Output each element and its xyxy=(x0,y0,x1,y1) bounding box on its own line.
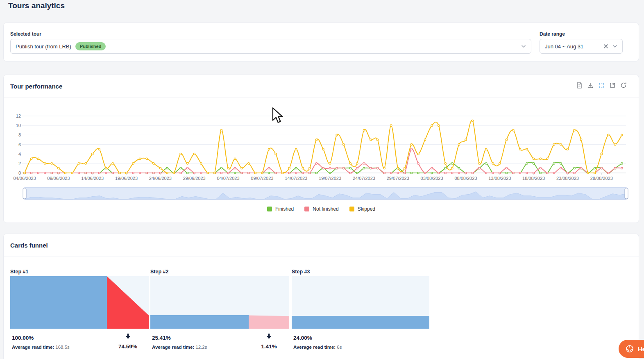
svg-text:23/08/2023: 23/08/2023 xyxy=(556,176,579,181)
help-button-label: Help xyxy=(638,345,644,352)
svg-text:03/08/2023: 03/08/2023 xyxy=(421,176,443,181)
svg-text:28/08/2023: 28/08/2023 xyxy=(590,176,613,181)
svg-text:0: 0 xyxy=(18,170,21,175)
clear-date-icon[interactable] xyxy=(603,44,608,49)
svg-text:18/08/2023: 18/08/2023 xyxy=(522,176,545,181)
zoom-select-icon[interactable] xyxy=(598,82,605,89)
drop-1-caption: 74.59% xyxy=(107,333,149,350)
chevron-down-icon xyxy=(612,44,617,49)
svg-text:19/06/2023: 19/06/2023 xyxy=(115,176,138,181)
data-zoom-slider xyxy=(23,187,628,200)
step-2-percent: 25.41% xyxy=(152,335,171,341)
drop-1-percent: 74.59% xyxy=(107,343,149,350)
zoom-reset-icon[interactable] xyxy=(609,82,616,89)
step-3-track xyxy=(292,276,429,329)
selected-tour-label: Selected tour xyxy=(10,31,41,37)
restore-icon[interactable] xyxy=(620,82,627,89)
step-1-avg-read-time: Average read time: 168.5s xyxy=(12,345,70,350)
chart-legend: Finished Not finished Skipped xyxy=(4,206,639,212)
drop-arrow-icon xyxy=(267,334,271,339)
svg-text:12: 12 xyxy=(16,114,21,118)
drop-2-caption: 1.41% xyxy=(249,333,289,350)
tours-analytics-page: { "page": { "title": "Tours analytics" }… xyxy=(0,0,644,359)
legend-label: Not finished xyxy=(313,206,338,212)
tour-select-value: Publish tour (from LRB) xyxy=(16,43,71,50)
tour-performance-panel: Tour performance 02468101204/06/202309/0… xyxy=(3,75,639,223)
tour-status-badge: Published xyxy=(75,42,106,50)
step-2-track xyxy=(150,276,289,329)
svg-text:14/07/2023: 14/07/2023 xyxy=(285,176,307,181)
svg-text:04/07/2023: 04/07/2023 xyxy=(217,176,240,181)
not-finished-swatch-icon xyxy=(304,207,309,211)
step-2-avg-read-time: Average read time: 12.2s xyxy=(152,345,207,350)
date-range-select[interactable]: Jun 04 ~ Aug 31 xyxy=(540,39,623,54)
legend-item-skipped[interactable]: Skipped xyxy=(349,206,375,212)
step-3-avg-read-time: Average read time: 6s xyxy=(293,345,342,350)
svg-text:04/06/2023: 04/06/2023 xyxy=(13,176,36,181)
svg-text:6: 6 xyxy=(18,142,21,147)
drop-2-percent: 1.41% xyxy=(249,343,289,350)
step-1-percent: 100.00% xyxy=(12,335,34,341)
data-zoom-handle[interactable] xyxy=(625,188,628,199)
step-1-dropoff-shape xyxy=(107,276,149,329)
svg-text:09/07/2023: 09/07/2023 xyxy=(251,176,273,181)
svg-text:14/06/2023: 14/06/2023 xyxy=(81,176,104,181)
step-3-percent: 24.00% xyxy=(293,335,312,341)
help-globe-icon xyxy=(625,344,634,353)
mouse-cursor xyxy=(272,107,285,123)
legend-label: Finished xyxy=(275,206,294,212)
data-view-icon[interactable] xyxy=(576,82,583,89)
help-button[interactable]: Help xyxy=(619,340,644,358)
filters-panel: Selected tour Publish tour (from LRB) Pu… xyxy=(3,23,639,61)
svg-text:29/06/2023: 29/06/2023 xyxy=(183,176,206,181)
date-range-label: Date range xyxy=(540,31,565,37)
chevron-down-icon xyxy=(521,44,526,49)
svg-text:4: 4 xyxy=(18,152,21,157)
svg-text:19/07/2023: 19/07/2023 xyxy=(319,176,341,181)
svg-text:09/06/2023: 09/06/2023 xyxy=(47,176,70,181)
tour-select[interactable]: Publish tour (from LRB) Published xyxy=(10,39,531,54)
chart-toolbar xyxy=(576,82,627,89)
svg-text:2: 2 xyxy=(18,161,21,166)
tour-performance-title: Tour performance xyxy=(4,75,639,98)
download-image-icon[interactable] xyxy=(587,82,594,89)
svg-text:8: 8 xyxy=(18,132,21,137)
data-zoom-handle[interactable] xyxy=(23,188,26,199)
finished-swatch-icon xyxy=(267,207,272,211)
legend-item-finished[interactable]: Finished xyxy=(267,206,294,212)
step-1-label: Step #1 xyxy=(10,269,28,275)
skipped-swatch-icon xyxy=(349,207,354,211)
cards-funnel-panel: Cards funnel Step #1 Step #2 Step #3 100… xyxy=(3,234,639,359)
svg-text:08/08/2023: 08/08/2023 xyxy=(454,176,477,181)
step-2-label: Step #2 xyxy=(150,269,168,275)
drop-arrow-icon xyxy=(126,334,130,339)
date-range-value: Jun 04 ~ Aug 31 xyxy=(545,43,583,50)
legend-label: Skipped xyxy=(358,206,375,212)
svg-text:24/06/2023: 24/06/2023 xyxy=(149,176,172,181)
page-title: Tours analytics xyxy=(8,1,65,10)
cards-funnel-title: Cards funnel xyxy=(4,234,639,257)
svg-text:13/08/2023: 13/08/2023 xyxy=(488,176,511,181)
svg-text:29/07/2023: 29/07/2023 xyxy=(387,176,409,181)
legend-item-not-finished[interactable]: Not finished xyxy=(304,206,338,212)
svg-text:10: 10 xyxy=(16,123,21,128)
svg-text:24/07/2023: 24/07/2023 xyxy=(353,176,375,181)
step-3-label: Step #3 xyxy=(292,269,310,275)
tour-performance-chart[interactable]: 02468101204/06/202309/06/202314/06/20231… xyxy=(4,98,639,205)
step-1-bar xyxy=(10,276,107,329)
